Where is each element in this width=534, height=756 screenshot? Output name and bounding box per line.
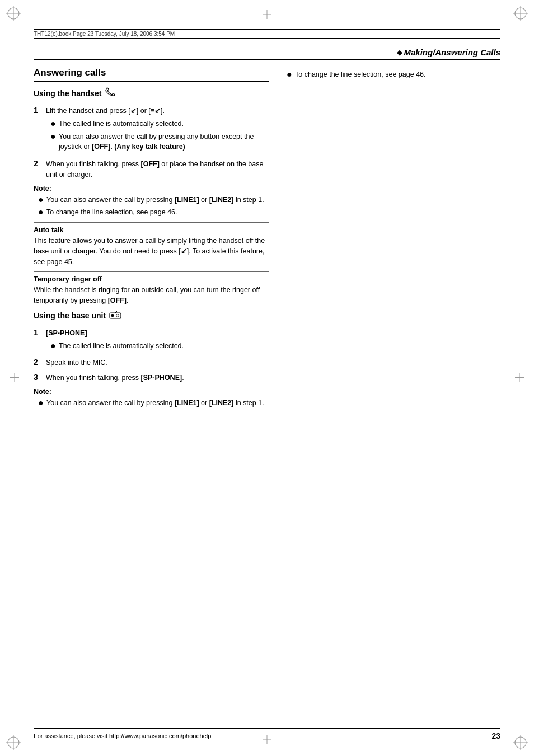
bullet-text: The called line is automatically selecte… bbox=[59, 341, 184, 351]
bullet-text: The called line is automatically selecte… bbox=[59, 119, 184, 129]
right-col-bullets: ● To change the line selection, see page… bbox=[287, 69, 500, 80]
corner-mark-tr bbox=[513, 6, 528, 21]
bullet-dot: ● bbox=[38, 195, 44, 205]
step-1-content: Lift the handset and press [↙] or [≡↙]. … bbox=[46, 106, 269, 154]
handset-icon bbox=[105, 87, 115, 99]
bullet-item: ● You can also answer the call by pressi… bbox=[38, 398, 269, 408]
bullet-text: You can also answer the call by pressing… bbox=[59, 132, 269, 153]
bullet-text: You can also answer the call by pressing… bbox=[46, 195, 264, 205]
header-arrow-icon: ◆ bbox=[397, 48, 402, 57]
step-base-3: 3 When you finish talking, press [SP-PHO… bbox=[34, 373, 269, 383]
bullet-item: ● To change the line selection, see page… bbox=[287, 69, 500, 80]
bullet-dot: ● bbox=[50, 132, 56, 153]
step-num-base-3: 3 bbox=[34, 373, 43, 382]
note-base-label: Note: bbox=[34, 388, 269, 396]
svg-point-22 bbox=[116, 314, 119, 317]
step-num-2: 2 bbox=[34, 159, 43, 168]
step-base-1-bullets: ● The called line is automatically selec… bbox=[50, 341, 184, 351]
temp-ringer-box: Temporary ringer off While the handset i… bbox=[34, 271, 269, 306]
bullet-dot: ● bbox=[38, 207, 44, 218]
bullet-dot: ● bbox=[50, 341, 56, 351]
step-base-2: 2 Speak into the MIC. bbox=[34, 358, 269, 368]
right-column: ● To change the line selection, see page… bbox=[282, 67, 500, 722]
auto-talk-box: Auto talk This feature allows you to ans… bbox=[34, 222, 269, 267]
step-base-2-content: Speak into the MIC. bbox=[46, 358, 107, 368]
note-handset-bullets: ● You can also answer the call by pressi… bbox=[38, 195, 269, 218]
cross-top bbox=[263, 10, 271, 21]
step-base-1-content: [SP-PHONE] ● The called line is automati… bbox=[46, 328, 184, 354]
note-base: Note: ● You can also answer the call by … bbox=[34, 388, 269, 408]
two-column-layout: Answering calls Using the handset 1 Lift… bbox=[34, 67, 500, 722]
step-num-base-2: 2 bbox=[34, 358, 43, 367]
content-area: ◆ Making/Answering Calls Answering calls… bbox=[34, 48, 500, 722]
bullet-text: To change the line selection, see page 4… bbox=[46, 207, 177, 218]
note-handset: Note: ● You can also answer the call by … bbox=[34, 185, 269, 218]
temp-ringer-text: While the handset is ringing for an outs… bbox=[34, 285, 269, 306]
subsection-handset-title: Using the handset bbox=[34, 87, 269, 101]
corner-mark-bl bbox=[6, 735, 21, 750]
corner-mark-br bbox=[513, 735, 528, 750]
corner-mark-tl bbox=[6, 6, 21, 21]
note-base-bullets: ● You can also answer the call by pressi… bbox=[38, 398, 269, 408]
file-info: THT12(e).book Page 23 Tuesday, July 18, … bbox=[34, 29, 500, 39]
step-handset-1: 1 Lift the handset and press [↙] or [≡↙]… bbox=[34, 106, 269, 154]
section-title-answering-calls: Answering calls bbox=[34, 67, 269, 82]
page-header-title: Making/Answering Calls bbox=[404, 48, 500, 57]
cross-left bbox=[10, 373, 19, 383]
bullet-text: To change the line selection, see page 4… bbox=[295, 69, 426, 80]
cross-right bbox=[515, 373, 524, 383]
subsection-base-label: Using the base unit bbox=[34, 311, 106, 320]
step-2-content: When you finish talking, press [OFF] or … bbox=[46, 159, 269, 180]
footer-page-number: 23 bbox=[491, 731, 500, 740]
bullet-item: ● You can also answer the call by pressi… bbox=[38, 195, 269, 205]
base-unit-icon bbox=[109, 311, 121, 321]
bullet-item: ● To change the line selection, see page… bbox=[38, 207, 269, 218]
step-base-3-content: When you finish talking, press [SP-PHONE… bbox=[46, 373, 184, 383]
page-header: ◆ Making/Answering Calls bbox=[34, 48, 500, 60]
auto-talk-text: This feature allows you to answer a call… bbox=[34, 236, 269, 267]
bullet-text: You can also answer the call by pressing… bbox=[46, 398, 264, 408]
temp-ringer-title: Temporary ringer off bbox=[34, 275, 269, 283]
step-num-1: 1 bbox=[34, 106, 43, 115]
subsection-base-title: Using the base unit bbox=[34, 311, 269, 323]
page-footer: For assistance, please visit http://www.… bbox=[34, 728, 500, 740]
bullet-dot: ● bbox=[38, 398, 44, 408]
left-column: Answering calls Using the handset 1 Lift… bbox=[34, 67, 269, 722]
step-handset-2: 2 When you finish talking, press [OFF] o… bbox=[34, 159, 269, 180]
bullet-dot: ● bbox=[50, 119, 56, 129]
bullet-item: ● The called line is automatically selec… bbox=[50, 119, 269, 129]
step-base-1: 1 [SP-PHONE] ● The called line is automa… bbox=[34, 328, 269, 354]
step-1-bullets: ● The called line is automatically selec… bbox=[50, 119, 269, 152]
subsection-handset-label: Using the handset bbox=[34, 89, 101, 98]
footer-url: For assistance, please visit http://www.… bbox=[34, 732, 211, 739]
svg-rect-21 bbox=[111, 314, 114, 317]
auto-talk-title: Auto talk bbox=[34, 226, 269, 234]
step-num-base-1: 1 bbox=[34, 328, 43, 337]
bullet-dot: ● bbox=[287, 69, 292, 80]
bullet-item: ● You can also answer the call by pressi… bbox=[50, 132, 269, 153]
bullet-item: ● The called line is automatically selec… bbox=[50, 341, 184, 351]
note-label: Note: bbox=[34, 185, 269, 192]
